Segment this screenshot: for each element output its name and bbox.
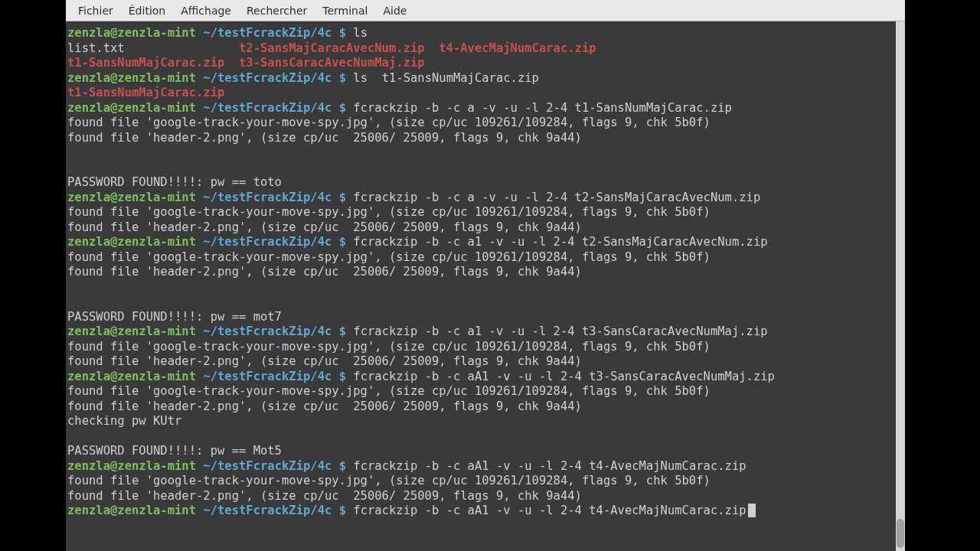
prompt-path: ~/testFcrackZip/4c $ [203, 459, 346, 473]
command-text: fcrackzip -b -c a -v -u -l 2-4 t2-SansMa… [353, 191, 760, 204]
output-line: found file 'header-2.png', (size cp/uc 2… [67, 489, 903, 504]
command-line: zenzla@zenzla-mint ~/testFcrackZip/4c $ … [67, 191, 903, 206]
prompt-path: ~/testFcrackZip/4c $ [203, 26, 346, 40]
command-line: zenzla@zenzla-mint ~/testFcrackZip/4c $ … [67, 235, 903, 250]
command-text: ls t1-SansNumMajCarac.zip [353, 71, 539, 85]
prompt-user: zenzla@zenzla-mint [67, 459, 196, 473]
scrollbar-thumb[interactable] [897, 519, 904, 548]
prompt-path: ~/testFcrackZip/4c $ [203, 191, 346, 204]
output-line: t1-SansNumMajCarac.zip [67, 86, 903, 101]
prompt-user: zenzla@zenzla-mint [67, 191, 196, 204]
menu-aide[interactable]: Aide [375, 2, 414, 20]
output-line: found file 'google-track-your-move-spy.j… [67, 384, 903, 399]
terminal-window: Fichier Édition Affichage Rechercher Ter… [66, 0, 905, 551]
ls-output-line: t1-SansNumMajCarac.zip t3-SansCaracAvecN… [67, 56, 903, 71]
prompt-user: zenzla@zenzla-mint [67, 370, 196, 383]
prompt-user: zenzla@zenzla-mint [67, 504, 196, 517]
blank-line [67, 161, 903, 176]
prompt-user: zenzla@zenzla-mint [67, 26, 196, 40]
prompt-path: ~/testFcrackZip/4c $ [203, 71, 346, 85]
output-line: found file 'google-track-your-move-spy.j… [67, 340, 903, 355]
prompt-path: ~/testFcrackZip/4c $ [203, 101, 346, 115]
prompt-user: zenzla@zenzla-mint [67, 101, 196, 115]
prompt-user: zenzla@zenzla-mint [67, 235, 196, 249]
blank-line [67, 295, 903, 310]
blank-line [67, 280, 903, 295]
output-line: found file 'header-2.png', (size cp/uc 2… [67, 131, 903, 146]
terminal-output[interactable]: zenzla@zenzla-mint ~/testFcrackZip/4c $ … [66, 21, 905, 551]
output-line: found file 'google-track-your-move-spy.j… [67, 250, 903, 266]
command-text: fcrackzip -b -c aA1 -v -u -l 2-4 t4-Avec… [353, 504, 746, 517]
prompt-path: ~/testFcrackZip/4c $ [203, 324, 346, 338]
output-line: found file 'header-2.png', (size cp/uc 2… [67, 220, 903, 236]
command-line: zenzla@zenzla-mint ~/testFcrackZip/4c $ … [67, 71, 903, 86]
command-line: zenzla@zenzla-mint ~/testFcrackZip/4c $ … [67, 26, 903, 41]
command-text: fcrackzip -b -c a -v -u -l 2-4 t1-SansNu… [353, 101, 732, 115]
output-line: found file 'header-2.png', (size cp/uc 2… [67, 354, 903, 370]
output-line: found file 'header-2.png', (size cp/uc 2… [67, 399, 903, 415]
command-text: fcrackzip -b -c a1 -v -u -l 2-4 t3-SansC… [353, 324, 767, 338]
prompt-path: ~/testFcrackZip/4c $ [203, 370, 346, 383]
prompt-path: ~/testFcrackZip/4c $ [203, 235, 346, 249]
output-line: PASSWORD FOUND!!!!: pw == Mot5 [67, 444, 903, 459]
output-line: found file 'google-track-your-move-spy.j… [67, 116, 903, 131]
command-line: zenzla@zenzla-mint ~/testFcrackZip/4c $ … [67, 101, 903, 116]
menubar: Fichier Édition Affichage Rechercher Ter… [66, 0, 905, 21]
ls-output-line: list.txt t2-SansMajCaracAvecNum.zip t4-A… [67, 41, 903, 57]
menu-terminal[interactable]: Terminal [315, 2, 375, 20]
command-line: zenzla@zenzla-mint ~/testFcrackZip/4c $ … [67, 370, 903, 385]
command-text: ls [353, 26, 368, 40]
menu-affichage[interactable]: Affichage [173, 2, 239, 20]
menu-rechercher[interactable]: Rechercher [239, 2, 315, 20]
menu-fichier[interactable]: Fichier [70, 2, 121, 20]
output-line: found file 'header-2.png', (size cp/uc 2… [67, 265, 903, 280]
output-line: PASSWORD FOUND!!!!: pw == mot7 [67, 310, 903, 325]
prompt-user: zenzla@zenzla-mint [67, 324, 196, 338]
output-line: found file 'google-track-your-move-spy.j… [67, 474, 903, 489]
output-line: found file 'google-track-your-move-spy.j… [67, 205, 903, 220]
output-line: checking pw KUtr [67, 414, 903, 429]
blank-line [67, 429, 903, 445]
scrollbar-track[interactable] [896, 21, 905, 551]
command-line: zenzla@zenzla-mint ~/testFcrackZip/4c $ … [67, 324, 903, 340]
prompt-user: zenzla@zenzla-mint [67, 71, 196, 85]
prompt-path: ~/testFcrackZip/4c $ [203, 504, 346, 517]
command-text: fcrackzip -b -c aA1 -v -u -l 2-4 t3-Sans… [353, 370, 775, 383]
output-line: PASSWORD FOUND!!!!: pw == toto [67, 175, 903, 191]
command-line-active[interactable]: zenzla@zenzla-mint ~/testFcrackZip/4c $ … [67, 504, 903, 519]
cursor [748, 504, 756, 517]
command-text: fcrackzip -b -c aA1 -v -u -l 2-4 t4-Avec… [353, 459, 746, 473]
blank-line [67, 145, 903, 161]
menu-edition[interactable]: Édition [121, 2, 173, 20]
command-text: fcrackzip -b -c a1 -v -u -l 2-4 t2-SansM… [353, 235, 767, 249]
command-line: zenzla@zenzla-mint ~/testFcrackZip/4c $ … [67, 459, 903, 474]
